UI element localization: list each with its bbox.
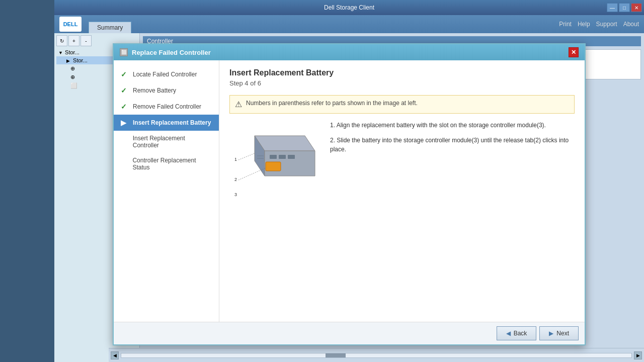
next-icon: ▶ (549, 330, 553, 337)
instructions: 1. Align the replacement battery with th… (330, 121, 575, 201)
step-remove-battery-check: ✓ (121, 86, 129, 95)
content-panel: Insert Replacement Battery Step 4 of 6 ⚠… (219, 60, 585, 322)
modal-body: ✓ Locate Failed Controller ✓ Remove Batt… (114, 60, 585, 322)
window-controls: — □ ✕ (607, 3, 642, 12)
modal-close-button[interactable]: ✕ (569, 47, 579, 57)
nav-right: Print Help Support About (559, 21, 639, 28)
step-replacement-status-label: Controller Replacement Status (132, 157, 212, 171)
nav-bar: DELL Summary Print Help Support About (54, 15, 644, 33)
maximize-button[interactable]: □ (619, 3, 630, 12)
minimize-button[interactable]: — (607, 3, 618, 12)
dell-logo: DELL (59, 17, 82, 32)
svg-text:1: 1 (234, 157, 237, 162)
replace-controller-modal: ⬜ Replace Failed Controller ✕ ✓ Locate F… (113, 43, 586, 345)
warning-text: Numbers in parenthesis refer to parts sh… (246, 100, 418, 107)
warning-box: ⚠ Numbers in parenthesis refer to parts … (229, 95, 575, 114)
next-label: Next (556, 330, 569, 337)
modal-dialog-icon: ⬜ (120, 48, 128, 56)
hardware-svg: 1 2 3 (229, 121, 320, 201)
step-insert-battery-arrow: ▶ (121, 119, 129, 127)
step-insert-controller[interactable]: Insert Replacement Controller (114, 131, 219, 153)
window-title: Dell Storage Client (324, 4, 374, 11)
warning-icon: ⚠ (235, 100, 242, 109)
dell-logo-text: DELL (63, 21, 78, 27)
modal-titlebar: ⬜ Replace Failed Controller ✕ (114, 44, 585, 60)
step-insert-controller-label: Insert Replacement Controller (133, 135, 212, 149)
back-button[interactable]: ◀ Back (497, 326, 537, 340)
step-locate-label: Locate Failed Controller (133, 71, 197, 78)
steps-panel: ✓ Locate Failed Controller ✓ Remove Batt… (114, 60, 219, 322)
close-window-button[interactable]: ✕ (631, 3, 642, 12)
content-title: Insert Replacement Battery (229, 68, 575, 77)
step-locate-check: ✓ (121, 70, 129, 78)
modal-overlay: ⬜ Replace Failed Controller ✕ ✓ Locate F… (54, 33, 644, 362)
svg-text:2: 2 (234, 177, 237, 182)
step-insert-battery-label: Insert Replacement Battery (133, 119, 211, 126)
content-step: Step 4 of 6 (229, 79, 575, 87)
next-button[interactable]: ▶ Next (539, 326, 579, 340)
back-label: Back (514, 330, 527, 337)
svg-rect-7 (288, 155, 295, 159)
svg-text:3: 3 (234, 192, 237, 197)
image-section: 1 2 3 1. Align the replacem (229, 121, 575, 201)
instruction-1: 1. Align the replacement battery with th… (330, 121, 575, 130)
step-remove-controller-check: ✓ (121, 103, 129, 111)
instruction-2: 2. Slide the battery into the storage co… (330, 136, 575, 154)
step-remove-battery[interactable]: ✓ Remove Battery (114, 82, 219, 99)
svg-rect-5 (270, 155, 277, 159)
help-link[interactable]: Help (578, 21, 590, 28)
svg-line-12 (238, 153, 255, 160)
modal-footer: ◀ Back ▶ Next (114, 322, 585, 344)
step-replacement-status[interactable]: Controller Replacement Status (114, 153, 219, 175)
svg-rect-6 (279, 155, 286, 159)
window-titlebar: Dell Storage Client — □ ✕ (54, 0, 644, 15)
modal-title-left: ⬜ Replace Failed Controller (120, 48, 211, 56)
modal-title: Replace Failed Controller (132, 49, 211, 56)
device-image: 1 2 3 (229, 121, 320, 201)
svg-marker-0 (255, 136, 315, 151)
step-remove-battery-label: Remove Battery (133, 87, 176, 94)
summary-tab[interactable]: Summary (89, 22, 131, 33)
about-link[interactable]: About (623, 21, 639, 28)
svg-rect-8 (266, 162, 281, 171)
step-insert-battery[interactable]: ▶ Insert Replacement Battery (114, 115, 219, 131)
back-icon: ◀ (506, 330, 511, 337)
support-link[interactable]: Support (596, 21, 617, 28)
step-locate[interactable]: ✓ Locate Failed Controller (114, 66, 219, 82)
step-remove-controller[interactable]: ✓ Remove Failed Controller (114, 99, 219, 115)
step-remove-controller-label: Remove Failed Controller (133, 103, 201, 110)
print-link[interactable]: Print (559, 21, 572, 28)
nav-tabs: Summary (89, 15, 131, 33)
